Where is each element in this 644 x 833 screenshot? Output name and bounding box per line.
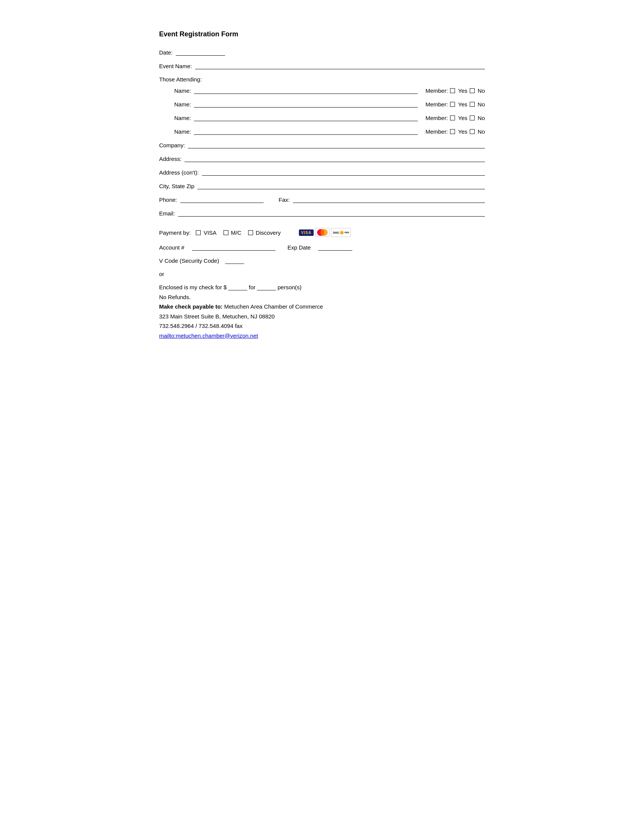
make-check-bold: Make check payable to:: [159, 303, 223, 310]
member-yes-checkbox-4[interactable]: [450, 129, 455, 134]
persons-label: person(s): [278, 284, 301, 290]
date-row: Date:: [159, 49, 485, 56]
fax-label: Fax:: [279, 196, 290, 203]
city-input[interactable]: [197, 182, 485, 189]
name-row-3: Name: Member: Yes No: [174, 114, 485, 121]
svg-point-2: [320, 229, 324, 236]
email-label: Email:: [159, 210, 175, 217]
visa-checkbox[interactable]: [196, 230, 201, 235]
email-line: mailto:metuchen.chamber@verizon.net: [159, 331, 485, 341]
bottom-section: Enclosed is my check for $ ______ for __…: [159, 283, 485, 340]
phone-input[interactable]: [180, 196, 264, 203]
discovery-option: Discovery: [248, 230, 281, 236]
exp-input[interactable]: [318, 244, 352, 251]
email-input[interactable]: [178, 210, 485, 217]
or-text: or: [159, 271, 485, 277]
address2-input[interactable]: [202, 169, 485, 176]
phone-fax-row: Phone: Fax:: [159, 196, 485, 203]
email-link[interactable]: mailto:metuchen.chamber@verizon.net: [159, 333, 258, 339]
fax-input[interactable]: [293, 196, 485, 203]
name-label-4: Name:: [174, 129, 191, 135]
member-yes-checkbox-1[interactable]: [450, 88, 455, 93]
address2-row: Address (con't):: [159, 169, 485, 176]
member-section-2: Member: Yes No: [425, 101, 485, 108]
name-row-1: Name: Member: Yes No: [174, 87, 485, 94]
member-no-checkbox-2[interactable]: [470, 102, 475, 107]
page-container: Event Registration Form Date: Event Name…: [151, 0, 493, 371]
name-input-1[interactable]: [194, 87, 418, 94]
address-row: Address:: [159, 155, 485, 162]
enclosed-label: Enclosed is my check for $: [159, 284, 227, 290]
discover-dot: [340, 231, 344, 234]
account-input[interactable]: [192, 244, 275, 251]
form-title: Event Registration Form: [159, 30, 485, 38]
card-icons: VISA DISC VER: [299, 228, 351, 237]
no-refunds-line: No Refunds.: [159, 292, 485, 302]
member-text-3: Member:: [425, 115, 448, 121]
address-line1: 323 Main Street Suite B, Metuchen, NJ 08…: [159, 312, 485, 322]
yes-label-2: Yes: [458, 101, 467, 108]
member-yes-checkbox-3[interactable]: [450, 116, 455, 121]
address2-label: Address (con't):: [159, 169, 199, 176]
name-label-2: Name:: [174, 101, 191, 108]
visa-option: VISA: [196, 230, 216, 236]
mastercard-icon: [315, 228, 330, 237]
amount-underline: ______: [229, 284, 247, 290]
date-label: Date:: [159, 49, 173, 56]
member-section-1: Member: Yes No: [425, 87, 485, 94]
vcode-label: V Code (Security Code): [159, 257, 219, 264]
vcode-row: V Code (Security Code) ______: [159, 257, 485, 264]
member-yes-checkbox-2[interactable]: [450, 102, 455, 107]
payment-row: Payment by: VISA M/C Discovery VISA: [159, 228, 485, 237]
discovery-label: Discovery: [256, 230, 281, 236]
member-no-checkbox-1[interactable]: [470, 88, 475, 93]
name-input-2[interactable]: [194, 101, 418, 108]
name-row-2: Name: Member: Yes No: [174, 101, 485, 108]
city-row: City, State Zip: [159, 182, 485, 189]
mc-checkbox[interactable]: [224, 230, 229, 235]
date-input[interactable]: [176, 49, 225, 56]
those-attending-label: Those Attending:: [159, 76, 485, 82]
exp-label: Exp Date: [288, 244, 311, 251]
name-input-4[interactable]: [194, 128, 418, 135]
company-label: Company:: [159, 142, 185, 148]
member-text-4: Member:: [425, 129, 448, 135]
visa-card-icon: VISA: [299, 230, 314, 236]
city-label: City, State Zip: [159, 183, 194, 189]
member-section-4: Member: Yes No: [425, 129, 485, 135]
company-input[interactable]: [188, 142, 485, 148]
event-name-label: Event Name:: [159, 63, 192, 69]
email-row: Email:: [159, 210, 485, 217]
company-row: Company:: [159, 142, 485, 148]
discovery-checkbox[interactable]: [248, 230, 253, 235]
account-label: Account #: [159, 244, 185, 251]
member-no-checkbox-3[interactable]: [470, 116, 475, 121]
no-label-1: No: [478, 87, 485, 94]
account-row: Account # Exp Date: [159, 244, 485, 251]
address-label: Address:: [159, 156, 182, 162]
mc-label: M/C: [231, 230, 242, 236]
vcode-underline: ______: [225, 257, 244, 264]
no-label-3: No: [478, 115, 485, 121]
no-label-4: No: [478, 129, 485, 135]
address-input[interactable]: [185, 155, 485, 162]
name-row-4: Name: Member: Yes No: [174, 128, 485, 135]
name-input-3[interactable]: [194, 114, 418, 121]
member-text-2: Member:: [425, 101, 448, 108]
visa-label: VISA: [203, 230, 216, 236]
yes-label-1: Yes: [458, 87, 467, 94]
name-label-3: Name:: [174, 115, 191, 121]
yes-label-4: Yes: [458, 129, 467, 135]
member-section-3: Member: Yes No: [425, 115, 485, 121]
member-no-checkbox-4[interactable]: [470, 129, 475, 134]
discover-card-icon: DISC VER: [331, 228, 351, 237]
phone-label: Phone:: [159, 196, 177, 203]
payment-label: Payment by:: [159, 230, 190, 236]
phone-line: 732.548.2964 / 732.548.4094 fax: [159, 321, 485, 331]
name-label-1: Name:: [174, 87, 191, 94]
yes-label-3: Yes: [458, 115, 467, 121]
event-name-input[interactable]: [195, 63, 485, 69]
member-text-1: Member:: [425, 87, 448, 94]
mc-option: M/C: [224, 230, 242, 236]
for-label: for: [249, 284, 256, 290]
